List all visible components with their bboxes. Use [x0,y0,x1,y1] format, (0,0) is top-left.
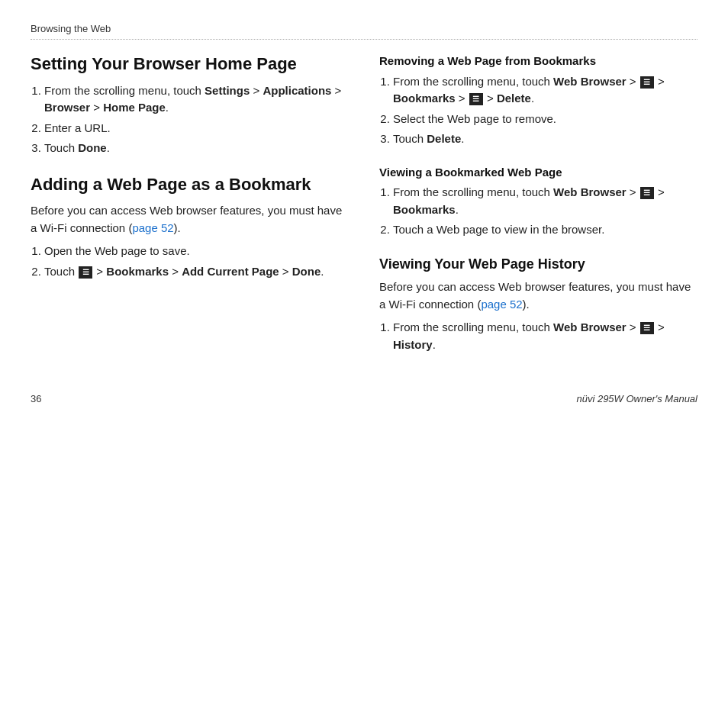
bold-bookmarks-remove: Bookmarks [393,92,456,105]
bold-applications: Applications [263,84,331,97]
add-bookmark-intro: Before you can access Web browser featur… [31,202,349,237]
main-content: Setting Your Browser Home Page From the … [31,53,697,370]
step-1: From the scrolling menu, touch Settings … [44,82,349,117]
view-bookmarked-steps: From the scrolling menu, touch Web Brows… [393,184,697,239]
section-view-history-title: Viewing Your Web Page History [379,256,697,273]
breadcrumb: Browsing the Web [31,23,697,40]
step-2: Enter a URL. [44,120,349,137]
page-number: 36 [31,393,41,404]
section-browser-home-page: Setting Your Browser Home Page From the … [31,53,349,157]
browser-home-page-steps: From the scrolling menu, touch Settings … [44,82,349,157]
header: Browsing the Web [31,23,697,40]
step-remove-3: Touch Delete. [393,130,697,148]
menu-icon-5: ☰ [640,322,654,334]
footer: 36 nüvi 295W Owner's Manual [31,393,697,404]
bold-done-2: Done [292,265,321,278]
menu-icon-1: ☰ [79,266,92,279]
section-remove-bookmark-title: Removing a Web Page from Bookmarks [379,53,697,69]
menu-icon-4: ☰ [640,187,654,199]
view-history-intro: Before you can access Web browser featur… [379,279,697,313]
step-open-page: Open the Web page to save. [44,243,349,260]
manual-name: nüvi 295W Owner's Manual [576,393,697,404]
bold-bookmarks-add: Bookmarks [106,265,169,278]
section-view-bookmarked: Viewing a Bookmarked Web Page From the s… [379,165,697,239]
step-remove-2: Select the Web page to remove. [393,111,697,128]
bold-delete-2: Delete [427,132,461,145]
section-add-bookmark: Adding a Web Page as a Bookmark Before y… [31,174,349,281]
bold-bookmarks-view: Bookmarks [393,203,456,216]
bold-web-browser-3: Web Browser [553,321,627,333]
right-column: Removing a Web Page from Bookmarks From … [379,53,697,370]
bold-browser: Browser [44,101,90,114]
step-view-bm-2: Touch a Web page to view in the browser. [393,221,697,239]
page-52-link-1[interactable]: page 52 [132,221,173,234]
bold-home-page: Home Page [103,101,166,114]
bold-done-1: Done [78,141,107,154]
step-view-bm-1: From the scrolling menu, touch Web Brows… [393,184,697,218]
bold-web-browser-1: Web Browser [553,75,627,88]
step-3: Touch Done. [44,140,349,157]
bold-web-browser-2: Web Browser [553,185,627,198]
section-view-bookmarked-title: Viewing a Bookmarked Web Page [379,165,697,180]
bold-history: History [393,338,433,351]
add-bookmark-steps: Open the Web page to save. Touch ☰ > Boo… [44,243,349,280]
step-remove-1: From the scrolling menu, touch Web Brows… [393,73,697,108]
section-view-history: Viewing Your Web Page History Before you… [379,256,697,354]
section-add-bookmark-title: Adding a Web Page as a Bookmark [31,174,349,195]
step-history-1: From the scrolling menu, touch Web Brows… [393,319,697,353]
page-52-link-2[interactable]: page 52 [481,298,522,311]
left-column: Setting Your Browser Home Page From the … [31,53,349,370]
view-history-steps: From the scrolling menu, touch Web Brows… [393,319,697,353]
menu-icon-2: ☰ [640,76,654,89]
bold-settings: Settings [205,84,250,97]
section-browser-home-page-title: Setting Your Browser Home Page [31,53,349,75]
bold-delete: Delete [497,92,531,105]
section-remove-bookmark: Removing a Web Page from Bookmarks From … [379,53,697,148]
menu-icon-3: ☰ [469,93,483,105]
step-touch-bookmarks: Touch ☰ > Bookmarks > Add Current Page >… [44,263,349,281]
bold-add-current-page: Add Current Page [182,265,279,278]
remove-bookmark-steps: From the scrolling menu, touch Web Brows… [393,73,697,148]
